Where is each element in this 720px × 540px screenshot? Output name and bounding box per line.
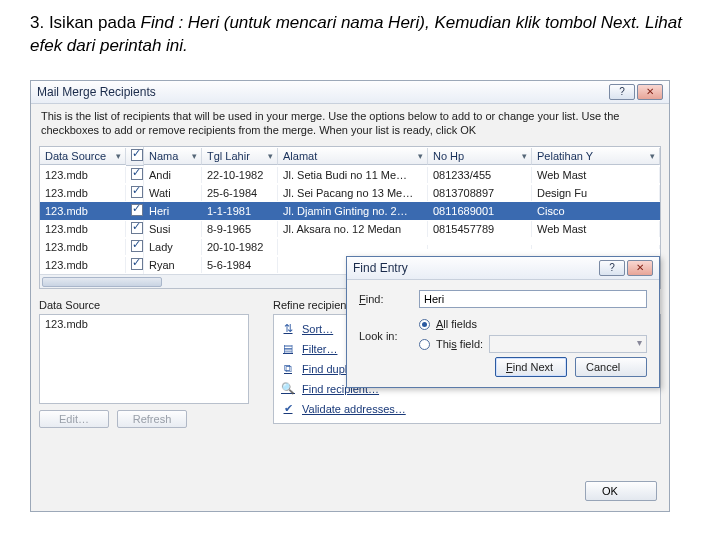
refine-icon: 🔍 bbox=[280, 381, 296, 397]
col-checkbox[interactable] bbox=[126, 147, 144, 166]
cell-pelatihan: Web Mast bbox=[532, 221, 660, 237]
cell-alamat bbox=[278, 245, 428, 249]
table-row[interactable]: 123.mdbSusi8-9-1965Jl. Aksara no. 12 Med… bbox=[40, 220, 660, 238]
cell-hp bbox=[428, 245, 532, 249]
find-help-button[interactable]: ? bbox=[599, 260, 625, 276]
cell-tgl: 8-9-1965 bbox=[202, 221, 278, 237]
ok-button[interactable]: OK bbox=[585, 481, 657, 501]
field-select[interactable] bbox=[489, 335, 647, 353]
find-input[interactable] bbox=[419, 290, 647, 308]
refine-icon: ⧉ bbox=[280, 361, 296, 377]
cell-nama: Wati bbox=[144, 185, 202, 201]
dialog-titlebar: Mail Merge Recipients ? ✕ bbox=[31, 81, 669, 104]
radio-all-fields-label: All fields bbox=[436, 318, 477, 330]
cell-check[interactable] bbox=[126, 202, 144, 220]
close-button[interactable]: ✕ bbox=[637, 84, 663, 100]
cell-source: 123.mdb bbox=[40, 239, 126, 255]
cell-nama: Susi bbox=[144, 221, 202, 237]
check-icon[interactable] bbox=[131, 204, 143, 216]
cell-nama: Heri bbox=[144, 203, 202, 219]
find-next-button[interactable]: Find Next bbox=[495, 357, 567, 377]
grid-header-row: Data Source Nama Tgl Lahir Alamat No Hp … bbox=[40, 147, 660, 166]
edit-button[interactable]: Edit… bbox=[39, 410, 109, 428]
cell-pelatihan: Web Mast bbox=[532, 167, 660, 183]
table-row[interactable]: 123.mdbLady20-10-1982 bbox=[40, 238, 660, 256]
cell-source: 123.mdb bbox=[40, 167, 126, 183]
data-source-label: Data Source bbox=[39, 299, 249, 311]
refine-icon: ▤ bbox=[280, 341, 296, 357]
refine-label: Filter… bbox=[302, 343, 337, 355]
cell-nama: Lady bbox=[144, 239, 202, 255]
cell-hp: 0811689001 bbox=[428, 203, 532, 219]
refine-icon: ⇅ bbox=[280, 321, 296, 337]
cell-alamat: Jl. Sei Pacang no 13 Me… bbox=[278, 185, 428, 201]
cell-check[interactable] bbox=[126, 256, 144, 274]
refine-link[interactable]: ✔Validate addresses… bbox=[278, 399, 656, 419]
cell-source: 123.mdb bbox=[40, 221, 126, 237]
cell-check[interactable] bbox=[126, 220, 144, 238]
cell-tgl: 20-10-1982 bbox=[202, 239, 278, 255]
cell-tgl: 5-6-1984 bbox=[202, 257, 278, 273]
find-dialog-titlebar: Find Entry ? ✕ bbox=[347, 257, 659, 280]
col-nama[interactable]: Nama bbox=[144, 148, 202, 165]
cell-pelatihan: Design Fu bbox=[532, 185, 660, 201]
cell-nama: Andi bbox=[144, 167, 202, 183]
col-no-hp[interactable]: No Hp bbox=[428, 148, 532, 165]
look-in-label: Look in: bbox=[359, 330, 409, 342]
cancel-button[interactable]: Cancel bbox=[575, 357, 647, 377]
cell-nama: Ryan bbox=[144, 257, 202, 273]
find-label: Find: bbox=[359, 293, 409, 305]
radio-all-fields[interactable] bbox=[419, 319, 430, 330]
dialog-title: Mail Merge Recipients bbox=[37, 85, 607, 99]
refine-label: Validate addresses… bbox=[302, 403, 406, 415]
data-source-list[interactable]: 123.mdb bbox=[39, 314, 249, 404]
check-all-icon[interactable] bbox=[131, 149, 143, 161]
cell-source: 123.mdb bbox=[40, 203, 126, 219]
cell-hp: 0815457789 bbox=[428, 221, 532, 237]
cell-hp: 0813708897 bbox=[428, 185, 532, 201]
cell-pelatihan: Cisco bbox=[532, 203, 660, 219]
dialog-intro-text: This is the list of recipients that will… bbox=[31, 104, 669, 142]
cell-tgl: 25-6-1984 bbox=[202, 185, 278, 201]
cell-source: 123.mdb bbox=[40, 185, 126, 201]
cell-hp: 081233/455 bbox=[428, 167, 532, 183]
check-icon[interactable] bbox=[131, 258, 143, 270]
cell-tgl: 1-1-1981 bbox=[202, 203, 278, 219]
cell-check[interactable] bbox=[126, 238, 144, 256]
col-pelatihan[interactable]: Pelatihan Y bbox=[532, 148, 660, 165]
cell-alamat: Jl. Djamin Ginting no. 2… bbox=[278, 203, 428, 219]
check-icon[interactable] bbox=[131, 186, 143, 198]
find-dialog-title: Find Entry bbox=[353, 261, 597, 275]
col-data-source[interactable]: Data Source bbox=[40, 148, 126, 165]
cell-alamat: Jl. Aksara no. 12 Medan bbox=[278, 221, 428, 237]
refine-icon: ✔ bbox=[280, 401, 296, 417]
find-entry-dialog: Find Entry ? ✕ Find: Look in: All fields… bbox=[346, 256, 660, 388]
cell-pelatihan bbox=[532, 245, 660, 249]
col-tgl-lahir[interactable]: Tgl Lahir bbox=[202, 148, 278, 165]
radio-this-field-label: This field: bbox=[436, 338, 483, 350]
cell-check[interactable] bbox=[126, 184, 144, 202]
find-close-button[interactable]: ✕ bbox=[627, 260, 653, 276]
radio-this-field[interactable] bbox=[419, 339, 430, 350]
data-source-item[interactable]: 123.mdb bbox=[45, 318, 243, 330]
table-row[interactable]: 123.mdbAndi22-10-1982Jl. Setia Budi no 1… bbox=[40, 166, 660, 184]
check-icon[interactable] bbox=[131, 168, 143, 180]
check-icon[interactable] bbox=[131, 240, 143, 252]
refine-label: Sort… bbox=[302, 323, 333, 335]
cell-check[interactable] bbox=[126, 166, 144, 184]
help-button[interactable]: ? bbox=[609, 84, 635, 100]
cell-alamat: Jl. Setia Budi no 11 Me… bbox=[278, 167, 428, 183]
scrollbar-thumb[interactable] bbox=[42, 277, 162, 287]
col-alamat[interactable]: Alamat bbox=[278, 148, 428, 165]
cell-source: 123.mdb bbox=[40, 257, 126, 273]
table-row[interactable]: 123.mdbHeri1-1-1981Jl. Djamin Ginting no… bbox=[40, 202, 660, 220]
refresh-button[interactable]: Refresh bbox=[117, 410, 187, 428]
table-row[interactable]: 123.mdbWati25-6-1984Jl. Sei Pacang no 13… bbox=[40, 184, 660, 202]
cell-tgl: 22-10-1982 bbox=[202, 167, 278, 183]
check-icon[interactable] bbox=[131, 222, 143, 234]
instruction-text: 3. Isikan pada Find : Heri (untuk mencar… bbox=[0, 0, 720, 64]
